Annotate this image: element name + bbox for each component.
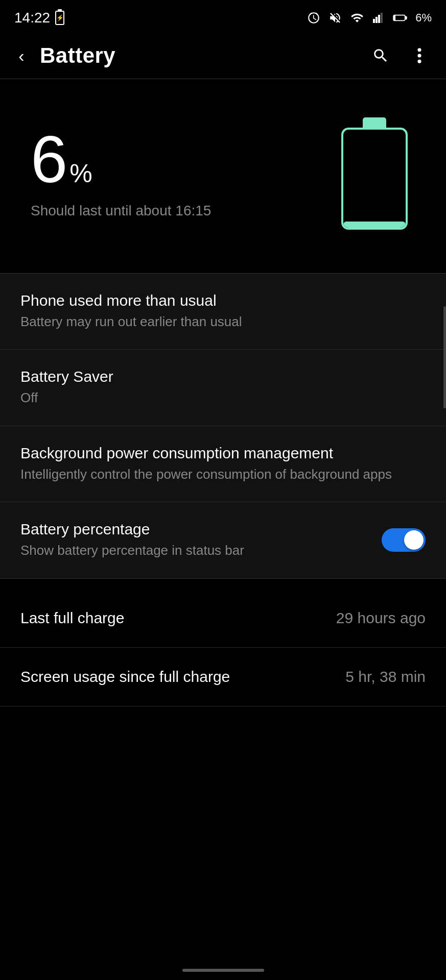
usage-warning-content: Phone used more than usual Battery may r…	[20, 292, 426, 331]
usage-warning-item: Phone used more than usual Battery may r…	[0, 274, 446, 350]
back-arrow-icon: ‹	[18, 46, 24, 66]
top-bar-left: ‹ Battery	[8, 42, 115, 69]
svg-point-9	[417, 60, 421, 63]
battery-estimate: Should last until about 16:15	[31, 201, 328, 220]
search-button[interactable]	[368, 43, 393, 68]
top-bar: ‹ Battery	[0, 33, 446, 79]
battery-saver-title: Battery Saver	[20, 368, 415, 385]
mute-icon	[328, 11, 342, 24]
last-full-charge-label: Last full charge	[20, 609, 124, 627]
status-time: 14:22	[14, 10, 50, 26]
battery-percentage-content: Battery percentage Show battery percenta…	[20, 521, 382, 559]
svg-rect-6	[405, 16, 407, 19]
status-bar: 14:22 6%	[0, 0, 446, 33]
status-battery-percent: 6%	[415, 11, 432, 24]
svg-point-8	[417, 54, 421, 57]
top-bar-right	[368, 43, 432, 68]
home-bar	[182, 969, 264, 972]
usage-warning-title: Phone used more than usual	[20, 292, 415, 309]
svg-rect-3	[381, 13, 383, 23]
battery-saver-content: Battery Saver Off	[20, 368, 426, 407]
svg-point-7	[417, 48, 421, 52]
battery-percent-sign: %	[69, 159, 92, 188]
info-section: Last full charge 29 hours ago Screen usa…	[0, 589, 446, 706]
section-divider-2	[0, 579, 446, 584]
signal-icon	[372, 11, 385, 24]
svg-rect-5	[394, 16, 395, 20]
battery-display-section: 6 % Should last until about 16:15	[0, 79, 446, 273]
battery-tip	[363, 117, 386, 129]
status-left: 14:22	[14, 10, 64, 26]
svg-rect-0	[373, 19, 375, 23]
toggle-knob	[404, 530, 424, 550]
search-icon	[372, 47, 389, 64]
more-options-icon	[417, 47, 422, 64]
battery-percentage-toggle[interactable]	[382, 528, 426, 552]
status-battery-icon	[393, 11, 407, 24]
screen-usage-item: Screen usage since full charge 5 hr, 38 …	[0, 648, 446, 706]
wifi-icon	[350, 11, 364, 24]
battery-percentage-title: Battery percentage	[20, 521, 371, 538]
screen-usage-value: 5 hr, 38 min	[345, 668, 426, 685]
svg-rect-2	[378, 15, 380, 23]
battery-body	[341, 128, 408, 230]
background-power-item[interactable]: Background power consumption management …	[0, 426, 446, 502]
battery-icon	[341, 117, 408, 230]
last-full-charge-value: 29 hours ago	[336, 609, 426, 627]
usage-warning-subtitle: Battery may run out earlier than usual	[20, 312, 415, 331]
battery-charging-icon	[55, 11, 64, 25]
scroll-indicator[interactable]	[443, 306, 446, 408]
battery-saver-item[interactable]: Battery Saver Off	[0, 350, 446, 426]
background-power-title: Background power consumption management	[20, 445, 415, 462]
page-title: Battery	[40, 43, 115, 68]
battery-number: 6	[31, 126, 67, 192]
alarm-icon	[307, 11, 320, 24]
background-power-subtitle: Intelligently control the power consumpt…	[20, 465, 415, 483]
more-options-button[interactable]	[407, 43, 432, 68]
back-button[interactable]: ‹	[8, 42, 35, 69]
battery-visual	[328, 117, 420, 230]
battery-percentage-row: 6 %	[31, 126, 328, 192]
battery-info: 6 % Should last until about 16:15	[31, 126, 328, 220]
screen-usage-label: Screen usage since full charge	[20, 668, 230, 685]
battery-percentage-item[interactable]: Battery percentage Show battery percenta…	[0, 502, 446, 578]
battery-saver-value: Off	[20, 388, 415, 407]
battery-percentage-subtitle: Show battery percentage in status bar	[20, 541, 371, 559]
battery-percentage-toggle-container	[382, 528, 426, 552]
background-power-content: Background power consumption management …	[20, 445, 426, 483]
last-full-charge-item: Last full charge 29 hours ago	[0, 589, 446, 648]
svg-rect-1	[375, 17, 378, 23]
battery-fill	[343, 222, 406, 228]
settings-section: Phone used more than usual Battery may r…	[0, 274, 446, 579]
status-right: 6%	[307, 11, 432, 24]
